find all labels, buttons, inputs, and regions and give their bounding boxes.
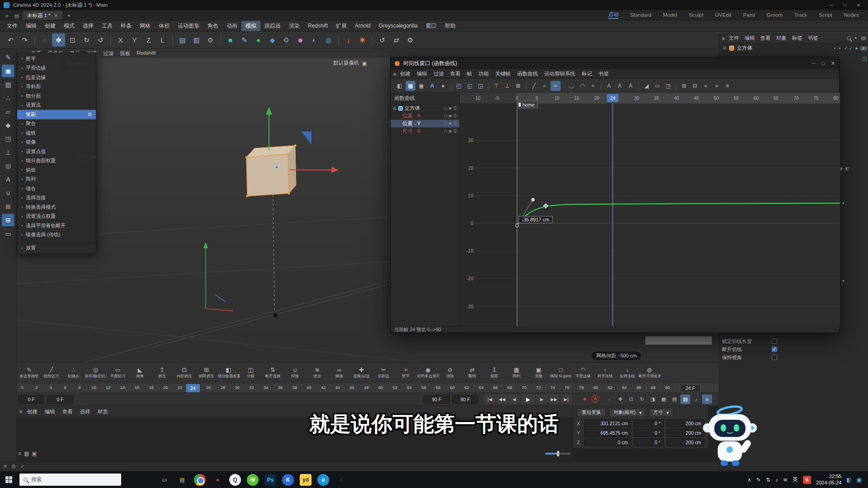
rotation-field[interactable]: 0 ° (634, 419, 664, 427)
fsep-1[interactable] (451, 82, 451, 90)
track-toggle-icon[interactable]: ◻ (444, 121, 447, 127)
command-item[interactable]: ▪ 镜像选择 (传统) (17, 230, 96, 240)
menubar-item[interactable]: 创建 (41, 21, 60, 31)
snap-frame-icon[interactable]: ▧ (680, 394, 690, 404)
timeline-ruler[interactable]: 0246810121416182022262830323436384042444… (17, 383, 719, 393)
material-menubar-item[interactable]: 材质 (94, 408, 112, 415)
flat-icon[interactable]: ▭ (652, 81, 662, 91)
object-manager-menu-item[interactable]: 编辑 (742, 35, 758, 42)
maximize-button[interactable]: □ (839, 3, 851, 8)
track-row[interactable]: 位置 . X ◻ ◉ Ⓢ (391, 112, 459, 120)
modeling-tool-button[interactable]: ◣ 倒角 (129, 364, 151, 382)
track-record-icon[interactable]: ◉ (448, 113, 452, 119)
ease-out-icon[interactable]: ◠ (577, 81, 587, 91)
play-button[interactable]: ▶ (521, 394, 535, 404)
modeling-tool-button[interactable]: ∴ 创建点 (62, 364, 85, 382)
region-scale-icon[interactable]: ◲ (476, 81, 486, 91)
menubar-item[interactable]: 编辑 (22, 21, 41, 31)
youdao-icon[interactable]: yd (300, 474, 311, 486)
cache-download-icon[interactable]: ↓ (342, 33, 355, 47)
model-mode-icon[interactable]: ▣ (2, 65, 14, 77)
material-menubar-item[interactable]: 创建 (24, 408, 41, 415)
object-row[interactable]: ⊟ 立方体 ● ● ✓ ✓ ● ▨ (719, 43, 868, 52)
render-picture-viewer-icon[interactable]: ▥ (190, 33, 203, 47)
layout-tab[interactable]: Paint (743, 12, 755, 18)
pin-layout-icon[interactable]: ▤ (13, 12, 21, 20)
object-center-handle[interactable] (275, 166, 278, 169)
fcurve-menu-icon[interactable]: ≡ (393, 71, 396, 77)
fcurve-menubar-item[interactable]: 帧 (464, 70, 476, 77)
command-item[interactable]: ▪ 设置流 (17, 101, 96, 110)
command-item[interactable]: ▪ 磁铁 (17, 128, 96, 138)
sep-6[interactable] (372, 35, 373, 46)
dock-half-icon[interactable]: ◧ (845, 166, 849, 171)
command-item[interactable]: ▪ 放置 (17, 243, 96, 252)
material-big-icon[interactable]: ▣ (32, 450, 37, 457)
range-end-field-2[interactable]: 90 F (452, 395, 478, 404)
reset-transform-button[interactable]: 复位变换 (577, 408, 606, 417)
snapshot-icon[interactable]: ◧ (395, 81, 405, 91)
prev-frame-button[interactable]: ◀ (509, 394, 520, 404)
lock-x-button[interactable]: X (114, 33, 127, 47)
record-parameter-icon[interactable]: ◨ (648, 394, 658, 404)
linear-interp-icon[interactable]: ╱ (529, 81, 539, 91)
sep-4[interactable] (220, 35, 221, 46)
command-item[interactable]: ▪ 选择平滑着色断开 (17, 221, 96, 230)
fcurve-menubar-item[interactable]: 功能 (475, 70, 492, 77)
tray-expand-icon[interactable]: ∧ (747, 477, 751, 483)
make-editable-icon[interactable]: ✎ (2, 51, 14, 64)
point-mode-icon[interactable]: ∴ (2, 92, 14, 104)
status-filter-icon[interactable]: ⊘ (11, 463, 16, 469)
slider-knob[interactable] (557, 451, 559, 456)
bookmark-tab[interactable]: home (517, 101, 538, 108)
viewport-menu-item[interactable]: 面板 (117, 50, 133, 57)
option-checkbox[interactable] (772, 355, 777, 360)
record-scale-icon[interactable]: ⊡ (626, 394, 636, 404)
tree-object-row[interactable]: ⊟ 立方体 ◻ ◉ Ⓢ (391, 104, 459, 112)
modeling-tool-button[interactable]: ▭ 平面切刀 (107, 364, 129, 382)
undo-icon[interactable]: ↶ (4, 33, 17, 47)
close-button[interactable]: ✕ (853, 3, 864, 8)
snap-next-icon[interactable]: » (712, 81, 722, 91)
visibility-dots-icon[interactable]: ● ● (834, 46, 842, 50)
modeling-tool-button[interactable]: ▣ 克隆 (528, 364, 550, 382)
status-menu-icon[interactable]: ≡ (4, 463, 7, 469)
ramp-icon[interactable]: ◢ (642, 81, 651, 91)
track-toggle-icon[interactable]: ◻ (444, 129, 447, 134)
camera-label[interactable]: 默认摄像机 ▣ (333, 60, 367, 66)
fsep-4[interactable] (563, 82, 564, 90)
layout-tab[interactable]: Sculpt (689, 12, 703, 18)
quantize-icon[interactable]: ⊞ (2, 214, 14, 226)
notification-icon[interactable]: ▣ (857, 477, 862, 483)
option-checkbox[interactable] (772, 338, 777, 344)
status-ok-icon[interactable]: ✓ (20, 463, 25, 469)
search-icon[interactable] (847, 36, 851, 40)
ime-icon[interactable]: S (803, 476, 811, 484)
file-explorer-icon[interactable]: ▤ (176, 474, 188, 486)
range-start-field[interactable]: 0 F (18, 395, 44, 404)
spline-interp-icon[interactable]: ∼ (551, 81, 561, 91)
tree-expander-icon[interactable]: ⊟ (393, 106, 396, 111)
command-item[interactable]: ▪ 设置顶点权重 (17, 212, 96, 221)
material-zoom-slider[interactable] (545, 453, 571, 455)
redo-icon[interactable]: ↷ (18, 33, 31, 47)
snap-prev-icon[interactable]: « (701, 81, 711, 91)
modeling-tool-button[interactable]: ≈ 熨平 (395, 364, 417, 382)
material-menu-icon[interactable]: ≡ (19, 409, 23, 414)
ease-both-icon[interactable]: ≈ (588, 81, 598, 91)
dock-caret-icon[interactable]: ▾ (842, 278, 844, 283)
weighted-tangent-icon[interactable]: A (615, 81, 625, 91)
sep-5[interactable] (338, 35, 339, 46)
command-item[interactable]: ▪ 阵列 (17, 175, 96, 184)
command-gear-icon[interactable]: ⚙ (87, 112, 92, 117)
fcurve-maximize-button[interactable]: □ (821, 61, 825, 66)
polygon-mode-icon[interactable]: ◆ (2, 119, 14, 131)
object-manager-menu-icon[interactable]: ≡ (722, 36, 725, 41)
workplane-icon[interactable]: ▭ (2, 227, 14, 240)
region-move-icon[interactable]: ◱ (465, 81, 475, 91)
volume-icon[interactable]: ♪ (775, 477, 778, 483)
microsoft-logo-icon[interactable] (141, 474, 153, 486)
fcurve-menubar-item[interactable]: 过滤 (430, 70, 447, 77)
delete-key-icon[interactable]: ⊠ (513, 81, 523, 91)
record-rotation-icon[interactable]: ↻ (637, 394, 647, 404)
